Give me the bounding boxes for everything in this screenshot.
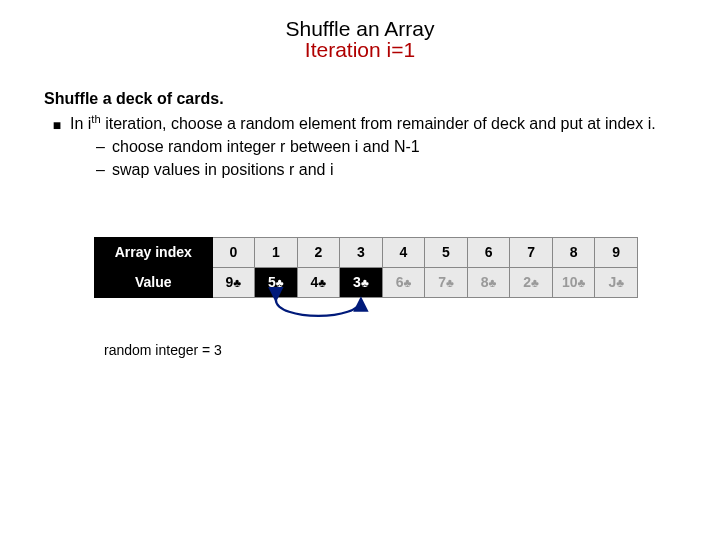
bullet-text: In ith iteration, choose a random elemen… [70, 112, 676, 181]
index-cell: 1 [255, 237, 298, 267]
value-cell: 3♣ [340, 267, 383, 297]
sub-bullet-2: – swap values in positions r and i [96, 159, 676, 181]
title-block: Shuffle an Array Iteration i=1 [44, 18, 676, 60]
page-subtitle: Iteration i=1 [44, 39, 676, 60]
body-text: Shuffle a deck of cards. ■ In ith iterat… [44, 88, 676, 181]
value-cell: 9♣ [212, 267, 255, 297]
bullet-item: ■ In ith iteration, choose a random elem… [44, 112, 676, 181]
bullet-sup: th [91, 113, 100, 125]
page-title: Shuffle an Array [44, 18, 676, 39]
bullet-post: iteration, choose a random element from … [101, 116, 656, 133]
dash-icon: – [96, 136, 112, 158]
value-cell: 4♣ [297, 267, 340, 297]
dash-icon: – [96, 159, 112, 181]
sub-bullet-1: – choose random integer r between i and … [96, 136, 676, 158]
index-cell: 2 [297, 237, 340, 267]
sub-bullet-2-text: swap values in positions r and i [112, 159, 333, 181]
value-cell: 5♣ [255, 267, 298, 297]
row-label-index: Array index [95, 237, 213, 267]
index-cell: 7 [510, 237, 553, 267]
index-cell: 6 [467, 237, 510, 267]
value-cell: J♣ [595, 267, 638, 297]
array-table: Array index0123456789Value9♣5♣4♣3♣6♣7♣8♣… [94, 237, 638, 298]
value-cell: 8♣ [467, 267, 510, 297]
value-cell: 7♣ [425, 267, 468, 297]
index-cell: 0 [212, 237, 255, 267]
index-cell: 4 [382, 237, 425, 267]
bullet-pre: In i [70, 116, 91, 133]
index-cell: 3 [340, 237, 383, 267]
bullet-dot-icon: ■ [44, 112, 70, 181]
index-cell: 8 [552, 237, 595, 267]
value-cell: 2♣ [510, 267, 553, 297]
sub-bullet-1-text: choose random integer r between i and N-… [112, 136, 420, 158]
index-cell: 9 [595, 237, 638, 267]
shuffle-heading: Shuffle a deck of cards. [44, 88, 676, 110]
value-cell: 10♣ [552, 267, 595, 297]
value-cell: 6♣ [382, 267, 425, 297]
index-cell: 5 [425, 237, 468, 267]
row-label-value: Value [95, 267, 213, 297]
random-integer-caption: random integer = 3 [104, 342, 676, 358]
